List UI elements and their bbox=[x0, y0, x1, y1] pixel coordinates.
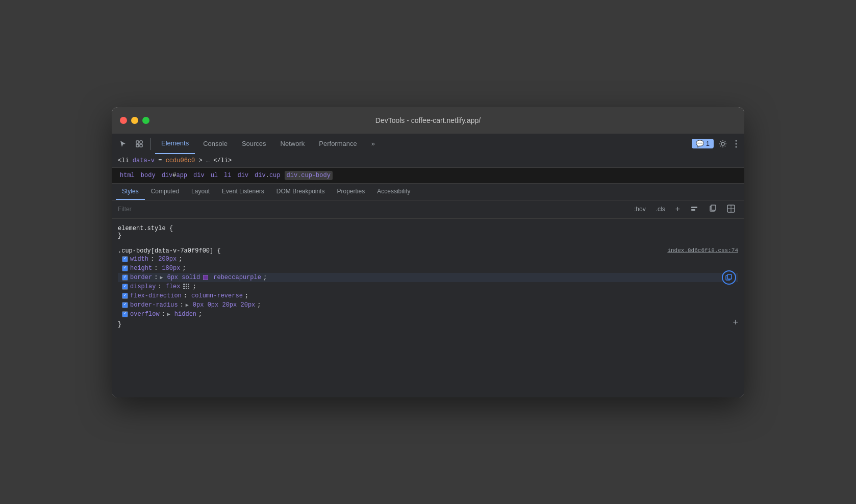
dom-ellipsis: … bbox=[206, 157, 210, 164]
svg-rect-8 bbox=[691, 207, 697, 208]
border-radius-triangle-icon[interactable]: ▶ bbox=[186, 302, 189, 308]
prop-display-value[interactable]: flex bbox=[166, 283, 181, 290]
rule-close: } bbox=[118, 319, 738, 330]
dom-equals: = bbox=[158, 157, 162, 164]
border-triangle-icon[interactable]: ▶ bbox=[160, 274, 163, 281]
add-rule-button[interactable]: + bbox=[733, 317, 738, 328]
window-title: DevTools - coffee-cart.netlify.app/ bbox=[375, 116, 481, 124]
tab-styles[interactable]: Styles bbox=[116, 184, 145, 200]
dom-gt: > bbox=[198, 157, 202, 164]
svg-rect-3 bbox=[140, 144, 142, 147]
dom-close-tag: </li> bbox=[213, 157, 232, 164]
close-button[interactable] bbox=[120, 117, 127, 124]
breadcrumb-div[interactable]: div bbox=[191, 171, 207, 180]
tab-elements[interactable]: Elements bbox=[155, 134, 195, 154]
flex-icon[interactable] bbox=[183, 284, 189, 290]
tab-layout[interactable]: Layout bbox=[185, 184, 216, 200]
devtools-window: DevTools - coffee-cart.netlify.app/ Elem… bbox=[112, 107, 744, 397]
element-style-close: } bbox=[118, 232, 121, 239]
tab-accessibility[interactable]: Accessibility bbox=[371, 184, 416, 200]
element-state-button[interactable] bbox=[687, 204, 701, 215]
file-reference[interactable]: index.8d6c6f18.css:74 bbox=[667, 247, 738, 254]
filter-input[interactable] bbox=[118, 206, 627, 213]
prop-overflow-checkbox[interactable] bbox=[122, 311, 128, 317]
element-style-rule: element.style { } bbox=[112, 223, 744, 241]
prop-width-value[interactable]: 200px bbox=[158, 256, 177, 263]
prop-display-name: display bbox=[130, 283, 156, 290]
svg-rect-9 bbox=[691, 209, 695, 211]
breadcrumb-html[interactable]: html bbox=[118, 171, 137, 180]
prop-overflow-value[interactable]: hidden bbox=[174, 311, 196, 318]
devtools-toolbar: Elements Console Sources Network Perform… bbox=[112, 134, 744, 154]
tab-performance[interactable]: Performance bbox=[313, 134, 363, 154]
devtools-content: Elements Console Sources Network Perform… bbox=[112, 134, 744, 397]
breadcrumb-div-cup-body[interactable]: div.cup-body bbox=[285, 171, 333, 180]
tab-properties[interactable]: Properties bbox=[331, 184, 371, 200]
breadcrumb-body[interactable]: body bbox=[139, 171, 158, 180]
tab-event-listeners[interactable]: Event Listeners bbox=[216, 184, 270, 200]
tab-dom-breakpoints[interactable]: DOM Breakpoints bbox=[270, 184, 331, 200]
prop-height-checkbox[interactable] bbox=[122, 265, 128, 271]
prop-height-value[interactable]: 180px bbox=[162, 265, 180, 272]
dom-breadcrumb-row: <li data-v = ccdu06c0 > … </li> bbox=[112, 154, 744, 168]
prop-flex-direction-name: flex-direction bbox=[130, 292, 182, 299]
prop-border-radius-value[interactable]: 0px 0px 20px 20px bbox=[193, 301, 255, 309]
prop-border-radius-row: border-radius : ▶ 0px 0px 20px 20px ; bbox=[118, 300, 738, 310]
tab-console[interactable]: Console bbox=[197, 134, 234, 154]
breadcrumb-div-app[interactable]: div#app bbox=[160, 171, 189, 180]
svg-rect-2 bbox=[136, 144, 139, 147]
maximize-button[interactable] bbox=[142, 117, 149, 124]
issue-badge[interactable]: 💬 1 bbox=[692, 139, 714, 148]
filter-bar: :hov .cls + bbox=[112, 200, 744, 219]
tab-more[interactable]: » bbox=[365, 134, 381, 154]
prop-border-value-6px[interactable]: 6px solid bbox=[167, 274, 200, 281]
overflow-triangle-icon[interactable]: ▶ bbox=[167, 311, 170, 317]
element-breadcrumb: html body div#app div ul li div div.cup … bbox=[112, 168, 744, 184]
toolbar-divider bbox=[150, 138, 151, 150]
prop-width-row: width : 200px ; bbox=[118, 255, 738, 264]
minimize-button[interactable] bbox=[131, 117, 138, 124]
hov-button[interactable]: :hov bbox=[631, 205, 649, 214]
breadcrumb-div2[interactable]: div bbox=[235, 171, 250, 180]
breadcrumb-li[interactable]: li bbox=[222, 171, 233, 180]
color-swatch-rebeccapurple[interactable] bbox=[203, 275, 208, 280]
settings-icon-button[interactable] bbox=[716, 138, 730, 150]
prop-border-name: border bbox=[130, 274, 152, 281]
prop-border-checkbox[interactable] bbox=[122, 274, 128, 281]
prop-border-row: border : ▶ 6px solid rebeccapurple ; bbox=[118, 273, 738, 282]
breadcrumb-ul[interactable]: ul bbox=[209, 171, 220, 180]
prop-width-checkbox[interactable] bbox=[122, 256, 128, 262]
svg-point-5 bbox=[736, 140, 737, 141]
element-style-selector: element.style { bbox=[118, 225, 173, 232]
inspect-icon-button[interactable] bbox=[132, 138, 146, 150]
add-style-button[interactable]: + bbox=[672, 204, 683, 215]
badge-count: 1 bbox=[706, 140, 710, 147]
breadcrumb-div-cup[interactable]: div.cup bbox=[253, 171, 282, 180]
css-panel: element.style { } .cup-body[data-v-7a0f9… bbox=[112, 219, 744, 397]
cup-body-selector: .cup-body[data-v-7a0f9f00] { bbox=[118, 247, 221, 255]
prop-border-radius-checkbox[interactable] bbox=[122, 302, 128, 308]
cursor-icon-button[interactable] bbox=[116, 138, 130, 150]
cls-button[interactable]: .cls bbox=[653, 205, 668, 214]
more-options-button[interactable] bbox=[732, 138, 740, 150]
titlebar: DevTools - coffee-cart.netlify.app/ bbox=[112, 107, 744, 134]
prop-flex-direction-checkbox[interactable] bbox=[122, 293, 128, 299]
prop-flex-direction-row: flex-direction : column-reverse ; bbox=[118, 291, 738, 300]
svg-point-7 bbox=[736, 146, 737, 147]
prop-border-radius-name: border-radius bbox=[130, 301, 178, 309]
prop-display-checkbox[interactable] bbox=[122, 284, 128, 290]
styles-tabs: Styles Computed Layout Event Listeners D… bbox=[112, 184, 744, 200]
tab-computed[interactable]: Computed bbox=[145, 184, 185, 200]
layout-editor-button[interactable] bbox=[724, 204, 738, 215]
prop-overflow-name: overflow bbox=[130, 311, 160, 318]
prop-height-row: height : 180px ; bbox=[118, 264, 738, 273]
prop-flex-direction-value[interactable]: column-reverse bbox=[191, 292, 243, 299]
prop-border-color[interactable]: rebeccapurple bbox=[213, 274, 261, 281]
svg-point-4 bbox=[721, 142, 724, 145]
copy-styles-button[interactable] bbox=[706, 204, 720, 215]
svg-point-6 bbox=[736, 143, 737, 144]
filter-actions: :hov .cls + bbox=[631, 204, 738, 215]
tab-sources[interactable]: Sources bbox=[236, 134, 272, 154]
dom-tag-open: <li bbox=[118, 157, 133, 164]
tab-network[interactable]: Network bbox=[274, 134, 311, 154]
